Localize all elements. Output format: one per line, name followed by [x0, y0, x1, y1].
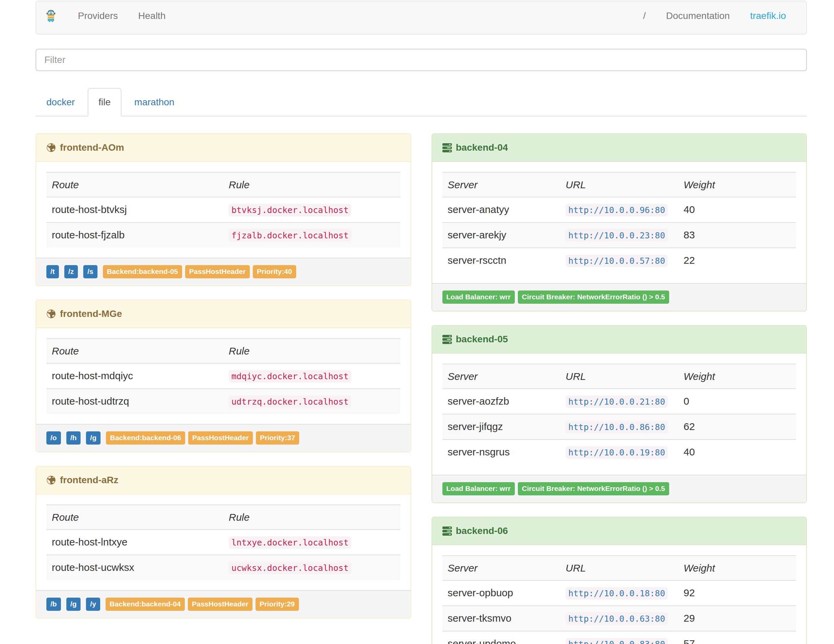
- url-column-header: URL: [560, 364, 678, 389]
- server-weight: 92: [678, 580, 797, 606]
- frontends-column: frontend-AOm Route Rule route-host-btvks…: [36, 133, 411, 644]
- backend-card-footer: Load Balancer: wrr Circuit Breaker: Netw…: [432, 283, 807, 311]
- servers-table: Server URL Weight server-aozfzb http://1…: [442, 364, 797, 464]
- table-row: server-arekjy http://10.0.0.23:80 83: [442, 222, 797, 248]
- backend-card-body: Server URL Weight server-opbuop http://1…: [432, 545, 807, 644]
- tab-file[interactable]: file: [88, 88, 121, 117]
- server-weight: 62: [678, 414, 797, 440]
- nav-item-documentation[interactable]: Documentation: [656, 2, 740, 31]
- rule-column-header: Rule: [223, 172, 401, 197]
- circuit-breaker-badge: Circuit Breaker: NetworkErrorRatio () > …: [518, 482, 669, 495]
- server-url-link[interactable]: http://10.0.0.21:80: [566, 395, 668, 408]
- server-url-link[interactable]: http://10.0.0.63:80: [566, 613, 668, 625]
- backend-card-heading: backend-04: [432, 134, 807, 162]
- nav-item-version[interactable]: /: [633, 2, 656, 31]
- frontend-card: frontend-aRz Route Rule route-host-lntxy…: [36, 466, 411, 619]
- backend-badge: Backend:backend-05: [103, 265, 182, 278]
- weight-column-header: Weight: [678, 172, 797, 197]
- table-row: route-host-lntxye lntxye.docker.localhos…: [46, 529, 401, 555]
- frontend-card-title: frontend-MGe: [60, 307, 122, 320]
- backend-card-title: backend-06: [456, 524, 508, 538]
- server-name: server-tksmvo: [442, 606, 561, 631]
- servers-table-header-row: Server URL Weight: [442, 556, 797, 580]
- weight-column-header: Weight: [678, 364, 797, 389]
- server-url-link[interactable]: http://10.0.0.57:80: [566, 255, 668, 267]
- backend-card-body: Server URL Weight server-anatyy http://1…: [432, 162, 807, 283]
- entrypoint-badge: /b: [46, 598, 61, 611]
- server-name: server-opbuop: [442, 580, 561, 606]
- entrypoint-badge: /g: [86, 431, 100, 445]
- passhostheader-badge: PassHostHeader: [188, 431, 253, 445]
- server-weight: 40: [678, 197, 797, 222]
- route-name: route-host-udtrzq: [46, 389, 223, 414]
- server-url-link[interactable]: http://10.0.0.19:80: [566, 446, 668, 459]
- table-row: server-tksmvo http://10.0.0.63:80 29: [442, 606, 797, 631]
- servers-table-header-row: Server URL Weight: [442, 364, 797, 389]
- server-url-link[interactable]: http://10.0.0.86:80: [566, 421, 668, 434]
- route-name: route-host-mdqiyc: [46, 363, 223, 389]
- servers-table: Server URL Weight server-anatyy http://1…: [442, 172, 797, 273]
- server-url-link[interactable]: http://10.0.0.18:80: [566, 587, 668, 600]
- server-column-header: Server: [442, 172, 561, 197]
- priority-badge: Priority:29: [255, 598, 299, 611]
- frontend-card-footer: /o /h /g Backend:backend-06 PassHostHead…: [36, 424, 411, 452]
- passhostheader-badge: PassHostHeader: [185, 265, 250, 278]
- priority-badge: Priority:37: [256, 431, 299, 445]
- table-row: route-host-btvksj btvksj.docker.localhos…: [46, 197, 401, 222]
- routes-table: Route Rule route-host-mdqiyc mdqiyc.dock…: [46, 338, 401, 414]
- server-weight: 83: [678, 222, 797, 248]
- server-url-link[interactable]: http://10.0.0.83:80: [566, 638, 668, 644]
- entrypoint-badge: /z: [64, 265, 78, 278]
- nav-item-health[interactable]: Health: [128, 2, 176, 31]
- server-name: server-nsgrus: [442, 440, 561, 464]
- rule-code: mdqiyc.docker.localhost: [229, 370, 351, 383]
- passhostheader-badge: PassHostHeader: [188, 598, 252, 611]
- route-name: route-host-ucwksx: [46, 555, 223, 580]
- server-weight: 57: [678, 631, 797, 644]
- server-name: server-rscctn: [442, 248, 561, 273]
- tab-docker[interactable]: docker: [36, 88, 86, 117]
- routes-table: Route Rule route-host-btvksj btvksj.dock…: [46, 172, 401, 248]
- table-row: server-rscctn http://10.0.0.57:80 22: [442, 248, 797, 273]
- weight-column-header: Weight: [678, 556, 797, 580]
- backend-card: backend-04 Server URL Weight server-anat…: [432, 133, 807, 312]
- load-balancer-badge: Load Balancer: wrr: [442, 482, 515, 495]
- server-icon: [442, 335, 452, 344]
- backend-card: backend-06 Server URL Weight server-opbu…: [432, 517, 807, 644]
- provider-tabs: docker file marathon: [36, 88, 807, 117]
- backend-badge: Backend:backend-04: [106, 598, 185, 611]
- nav-item-traefik-io[interactable]: traefik.io: [740, 2, 796, 31]
- routes-table-header-row: Route Rule: [46, 505, 401, 529]
- content-row: frontend-AOm Route Rule route-host-btvks…: [36, 133, 807, 644]
- server-name: server-anatyy: [442, 197, 561, 222]
- server-column-header: Server: [442, 556, 561, 580]
- server-name: server-aozfzb: [442, 389, 561, 414]
- url-column-header: URL: [560, 172, 678, 197]
- table-row: server-jifqgz http://10.0.0.86:80 62: [442, 414, 797, 440]
- traefik-logo[interactable]: [46, 10, 55, 23]
- rule-code: udtrzq.docker.localhost: [229, 395, 351, 408]
- backend-card-heading: backend-05: [432, 326, 807, 353]
- route-name: route-host-lntxye: [46, 529, 223, 555]
- table-row: server-opbuop http://10.0.0.18:80 92: [442, 580, 797, 606]
- filter-input[interactable]: [36, 49, 807, 71]
- server-url-link[interactable]: http://10.0.0.96:80: [566, 204, 668, 216]
- backend-card-heading: backend-06: [432, 517, 807, 545]
- frontend-card-title: frontend-AOm: [60, 141, 124, 154]
- nav-item-providers[interactable]: Providers: [68, 2, 128, 31]
- backend-card-title: backend-05: [456, 332, 508, 346]
- entrypoint-badge: /o: [46, 431, 61, 445]
- navbar-right: / Documentation traefik.io: [633, 2, 796, 31]
- backend-badge: Backend:backend-06: [106, 431, 185, 445]
- servers-table-header-row: Server URL Weight: [442, 172, 797, 197]
- filter-container: [36, 49, 807, 71]
- globe-icon: [46, 143, 56, 152]
- rule-code: fjzalb.docker.localhost: [229, 229, 351, 242]
- table-row: route-host-mdqiyc mdqiyc.docker.localhos…: [46, 363, 401, 389]
- routes-table-header-row: Route Rule: [46, 338, 401, 363]
- tab-marathon[interactable]: marathon: [124, 88, 185, 117]
- server-url-link[interactable]: http://10.0.0.23:80: [566, 229, 668, 242]
- route-column-header: Route: [46, 338, 223, 363]
- rule-code: lntxye.docker.localhost: [229, 536, 351, 549]
- circuit-breaker-badge: Circuit Breaker: NetworkErrorRatio () > …: [518, 291, 669, 304]
